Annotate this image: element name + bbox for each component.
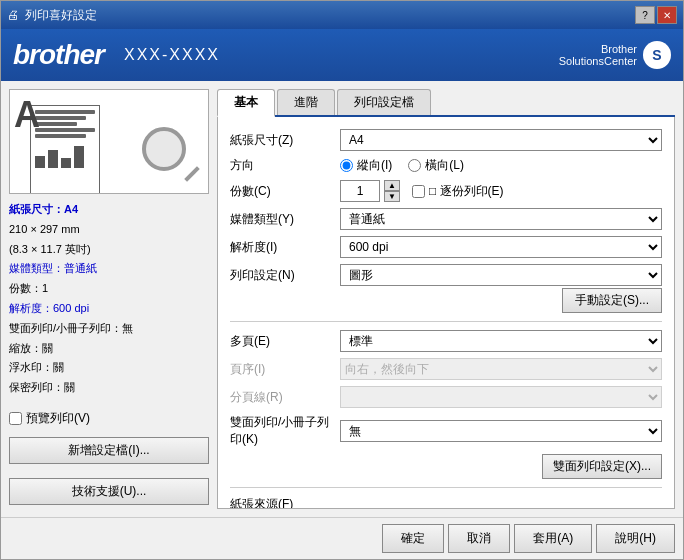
info-dimensions: 210 × 297 mm [9, 220, 209, 240]
support-button[interactable]: 技術支援(U)... [9, 478, 209, 505]
magnifier-lens [142, 127, 186, 171]
info-scale: 縮放：關 [9, 339, 209, 359]
tab-basic[interactable]: 基本 [217, 89, 275, 117]
solutions-label1: Brother [559, 43, 637, 55]
portrait-label: 縱向(I) [357, 157, 392, 174]
info-secure: 保密列印：關 [9, 378, 209, 398]
chart-bar-4 [74, 146, 84, 168]
title-bar-title: 列印喜好設定 [25, 7, 97, 24]
apply-button[interactable]: 套用(A) [514, 524, 592, 553]
info-duplex: 雙面列印/小冊子列印：無 [9, 319, 209, 339]
copies-input[interactable] [340, 180, 380, 202]
media-type-label: 媒體類型(Y) [230, 211, 340, 228]
landscape-option[interactable]: 橫向(L) [408, 157, 464, 174]
divider-1 [230, 321, 662, 322]
duplex-select[interactable]: 無 [340, 420, 662, 442]
title-bar-icon: 🖨 [7, 8, 19, 22]
resolution-row: 解析度(I) 600 dpi [230, 236, 662, 258]
resolution-select[interactable]: 600 dpi [340, 236, 662, 258]
support-row: 技術支援(U)... [9, 478, 209, 509]
copies-control: ▲ ▼ □ 逐份列印(E) [340, 180, 504, 202]
multi-page-label: 多頁(E) [230, 333, 340, 350]
model-name: XXX-XXXX [124, 46, 220, 64]
preview-line-3 [35, 122, 77, 126]
brand-logo: brother [13, 39, 104, 71]
collate-checkbox[interactable] [412, 185, 425, 198]
page-order-label: 頁序(I) [230, 361, 340, 378]
print-setting-label: 列印設定(N) [230, 267, 340, 284]
paper-size-select[interactable]: A4 [340, 129, 662, 151]
preview-chart [35, 144, 85, 168]
page-order-row: 頁序(I) 向右，然後向下 [230, 358, 662, 380]
multi-page-row: 多頁(E) 標準 [230, 330, 662, 352]
solutions-center[interactable]: Brother SolutionsCenter S [559, 41, 671, 69]
copies-spinner: ▲ ▼ [384, 180, 400, 202]
chart-bar-2 [48, 150, 58, 168]
resolution-label: 解析度(I) [230, 239, 340, 256]
manual-settings-row: 手動設定(S)... [230, 292, 662, 313]
landscape-radio[interactable] [408, 159, 421, 172]
multi-page-select[interactable]: 標準 [340, 330, 662, 352]
collate-label: □ 逐份列印(E) [429, 183, 504, 200]
preview-line-5 [35, 134, 86, 138]
magnifier-handle [184, 166, 200, 182]
duplex-settings-row: 雙面列印設定(X)... [230, 454, 662, 479]
manual-settings-btn[interactable]: 手動設定(S)... [562, 288, 662, 313]
right-panel: 基本 進階 列印設定檔 紙張尺寸(Z) A4 方向 [217, 89, 675, 509]
preview-line-1 [35, 110, 95, 114]
media-type-select[interactable]: 普通紙 [340, 208, 662, 230]
main-content: A 紙張尺寸：A4 210 × 297 mm (8.3 × 11.7 英吋) 媒… [1, 81, 683, 517]
header-bar: brother XXX-XXXX Brother SolutionsCenter… [1, 29, 683, 81]
preview-line-4 [35, 128, 95, 132]
help-dialog-button[interactable]: 說明(H) [596, 524, 675, 553]
solutions-label2: SolutionsCenter [559, 55, 637, 67]
preview-print-row: 預覽列印(V) [9, 410, 209, 427]
solutions-icon: S [643, 41, 671, 69]
divider-2 [230, 487, 662, 488]
info-dimensions2: (8.3 × 11.7 英吋) [9, 240, 209, 260]
add-profile-row: 新增設定檔(I)... [9, 437, 209, 468]
action-bar: 確定 取消 套用(A) 說明(H) [1, 517, 683, 559]
info-watermark: 浮水印：關 [9, 358, 209, 378]
title-bar: 🖨 列印喜好設定 ? ✕ [1, 1, 683, 29]
cancel-button[interactable]: 取消 [448, 524, 510, 553]
copies-up-btn[interactable]: ▲ [384, 180, 400, 191]
print-setting-row: 列印設定(N) 圖形 [230, 264, 662, 286]
tab-content-basic: 紙張尺寸(Z) A4 方向 縱向(I) [217, 117, 675, 509]
info-area: 紙張尺寸：A4 210 × 297 mm (8.3 × 11.7 英吋) 媒體類… [9, 200, 209, 398]
ok-button[interactable]: 確定 [382, 524, 444, 553]
preview-print-checkbox[interactable] [9, 412, 22, 425]
tab-profile[interactable]: 列印設定檔 [337, 89, 431, 115]
page-border-label: 分頁線(R) [230, 389, 340, 406]
info-resolution: 解析度：600 dpi [9, 299, 209, 319]
copies-row: 份數(C) ▲ ▼ □ 逐份列印(E) [230, 180, 662, 202]
media-type-row: 媒體類型(Y) 普通紙 [230, 208, 662, 230]
preview-area: A [9, 89, 209, 194]
paper-source-section-label: 紙張來源(F) [230, 496, 662, 509]
duplex-label: 雙面列印/小冊子列印(K) [230, 414, 340, 448]
info-media-type: 媒體類型：普通紙 [9, 259, 209, 279]
portrait-radio[interactable] [340, 159, 353, 172]
preview-page [30, 105, 100, 194]
paper-size-row: 紙張尺寸(Z) A4 [230, 129, 662, 151]
add-profile-button[interactable]: 新增設定檔(I)... [9, 437, 209, 464]
close-button[interactable]: ✕ [657, 6, 677, 24]
info-paper-size: 紙張尺寸：A4 [9, 200, 209, 220]
preview-letter-a: A [14, 94, 40, 136]
page-border-select [340, 386, 662, 408]
duplex-settings-btn[interactable]: 雙面列印設定(X)... [542, 454, 662, 479]
print-setting-select[interactable]: 圖形 [340, 264, 662, 286]
help-button[interactable]: ? [635, 6, 655, 24]
orientation-row: 方向 縱向(I) 橫向(L) [230, 157, 662, 174]
main-window: 🖨 列印喜好設定 ? ✕ brother XXX-XXXX Brother So… [0, 0, 684, 560]
page-border-row: 分頁線(R) [230, 386, 662, 408]
tab-advanced[interactable]: 進階 [277, 89, 335, 115]
orientation-group: 縱向(I) 橫向(L) [340, 157, 464, 174]
landscape-label: 橫向(L) [425, 157, 464, 174]
duplex-row: 雙面列印/小冊子列印(K) 無 [230, 414, 662, 448]
page-order-select: 向右，然後向下 [340, 358, 662, 380]
preview-line-2 [35, 116, 86, 120]
left-panel: A 紙張尺寸：A4 210 × 297 mm (8.3 × 11.7 英吋) 媒… [9, 89, 209, 509]
portrait-option[interactable]: 縱向(I) [340, 157, 392, 174]
copies-down-btn[interactable]: ▼ [384, 191, 400, 202]
